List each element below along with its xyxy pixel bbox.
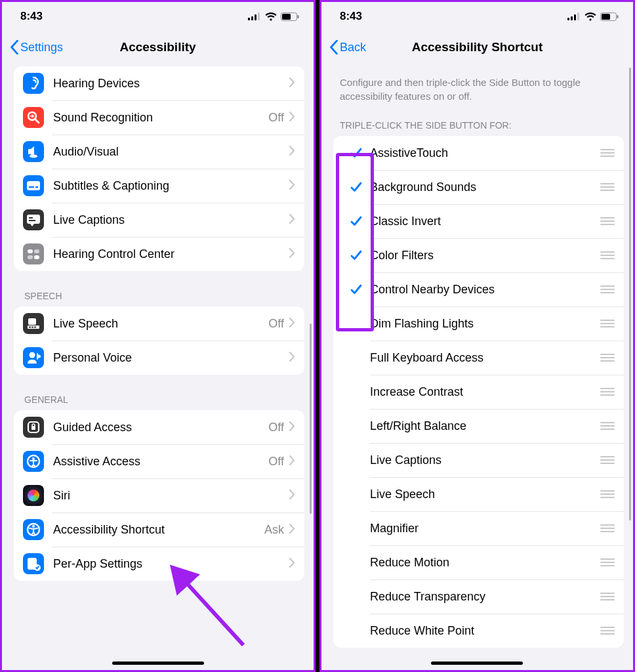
feature-row[interactable]: AssistiveTouch <box>333 136 624 170</box>
feature-row[interactable]: Background Sounds <box>333 170 624 204</box>
svg-rect-15 <box>29 220 35 221</box>
chevron-left-icon <box>10 40 19 54</box>
back-button[interactable]: Settings <box>7 37 66 57</box>
settings-row-sound-recognition[interactable]: Sound RecognitionOff <box>14 100 304 135</box>
feature-list: AssistiveTouchBackground SoundsClassic I… <box>333 136 624 648</box>
chevron-right-icon <box>289 112 295 124</box>
row-detail: Off <box>268 111 284 125</box>
settings-row-subtitles[interactable]: Subtitles & Captioning <box>14 169 304 203</box>
chevron-left-icon <box>329 40 338 54</box>
settings-row-personal-voice[interactable]: Personal Voice <box>14 341 304 375</box>
feature-row[interactable]: Left/Right Balance <box>333 409 624 443</box>
reorder-handle-icon[interactable] <box>600 149 615 157</box>
feature-row[interactable]: Increase Contrast <box>333 375 624 409</box>
svg-rect-14 <box>29 217 33 219</box>
shortcut-content[interactable]: Configure and then triple-click the Side… <box>321 64 633 670</box>
group-header: GENERAL <box>14 390 304 410</box>
svg-rect-36 <box>571 16 573 20</box>
checkmark-icon <box>342 249 370 262</box>
settings-content[interactable]: Hearing DevicesSound RecognitionOffAudio… <box>2 64 314 670</box>
svg-rect-19 <box>34 255 39 259</box>
status-time: 8:43 <box>340 10 362 23</box>
feature-row[interactable]: Full Keyboard Access <box>333 341 624 375</box>
reorder-handle-icon[interactable] <box>600 558 615 566</box>
settings-row-assistive-access[interactable]: Assistive AccessOff <box>14 444 304 478</box>
svg-rect-5 <box>282 14 291 20</box>
feature-row[interactable]: Color Filters <box>333 238 624 272</box>
row-label: Hearing Control Center <box>53 247 289 261</box>
reorder-handle-icon[interactable] <box>600 524 615 532</box>
feature-row[interactable]: Dim Flashing Lights <box>333 306 624 341</box>
settings-row-guided-access[interactable]: Guided AccessOff <box>14 410 304 444</box>
settings-row-siri[interactable]: Siri <box>14 478 304 513</box>
svg-rect-40 <box>602 14 610 20</box>
chevron-right-icon <box>289 490 295 502</box>
svg-rect-1 <box>251 16 253 20</box>
reorder-handle-icon[interactable] <box>600 320 615 327</box>
scroll-indicator <box>629 68 631 520</box>
row-label: Guided Access <box>53 421 268 434</box>
reorder-handle-icon[interactable] <box>600 422 615 430</box>
settings-row-hearing-control[interactable]: Hearing Control Center <box>14 237 304 271</box>
feature-row[interactable]: Control Nearby Devices <box>333 272 624 306</box>
feature-label: Full Keyboard Access <box>370 351 595 365</box>
group-header: SPEECH <box>14 287 304 306</box>
feature-row[interactable]: Magnifier <box>333 511 624 545</box>
svg-rect-16 <box>28 249 33 253</box>
reorder-handle-icon[interactable] <box>600 593 615 600</box>
feature-row[interactable]: Live Speech <box>333 477 624 511</box>
checkmark-icon <box>342 180 370 194</box>
row-label: Personal Voice <box>53 351 289 365</box>
svg-rect-23 <box>31 327 33 328</box>
siri-icon <box>23 485 44 506</box>
reorder-handle-icon[interactable] <box>600 217 615 225</box>
feature-row[interactable]: Reduce Transparency <box>333 579 624 614</box>
feature-row[interactable]: Reduce White Point <box>333 614 624 648</box>
feature-row[interactable]: Live Captions <box>333 443 624 477</box>
status-right <box>567 12 619 21</box>
feature-label: Color Filters <box>370 249 595 262</box>
reorder-handle-icon[interactable] <box>600 183 615 191</box>
battery-icon <box>281 12 299 21</box>
cellular-icon <box>567 12 581 20</box>
settings-row-live-captions[interactable]: Live Captions <box>14 203 304 237</box>
cellular-icon <box>248 12 261 20</box>
checkmark-icon <box>342 283 370 296</box>
feature-row[interactable]: Reduce Motion <box>333 545 624 579</box>
chevron-right-icon <box>289 77 295 90</box>
reorder-handle-icon[interactable] <box>600 490 615 498</box>
settings-row-live-speech[interactable]: Live SpeechOff <box>14 306 304 341</box>
reorder-handle-icon[interactable] <box>600 388 615 396</box>
svg-line-8 <box>35 119 39 123</box>
settings-row-per-app-settings[interactable]: Per-App Settings <box>14 547 304 581</box>
right-phone: 8:43 Back Accessibility Shortcut Configu… <box>319 0 635 672</box>
reorder-handle-icon[interactable] <box>600 627 615 635</box>
status-time: 8:43 <box>20 10 43 23</box>
feature-label: Magnifier <box>370 522 595 536</box>
feature-label: AssistiveTouch <box>370 146 595 160</box>
svg-rect-35 <box>567 18 569 20</box>
chevron-right-icon <box>289 455 295 468</box>
audio-visual-icon <box>23 141 44 162</box>
settings-row-accessibility-shortcut[interactable]: Accessibility ShortcutAsk <box>14 513 304 547</box>
chevron-right-icon <box>289 214 295 226</box>
back-button[interactable]: Back <box>327 37 369 57</box>
reorder-handle-icon[interactable] <box>600 456 615 464</box>
live-captions-icon <box>23 209 44 230</box>
feature-row[interactable]: Classic Invert <box>333 204 624 238</box>
reorder-handle-icon[interactable] <box>600 354 615 362</box>
svg-rect-24 <box>34 327 36 328</box>
reorder-handle-icon[interactable] <box>600 285 615 293</box>
svg-rect-27 <box>31 426 35 430</box>
svg-rect-22 <box>29 327 31 328</box>
chevron-right-icon <box>289 352 295 364</box>
row-label: Sound Recognition <box>53 111 268 125</box>
status-bar: 8:43 <box>321 2 633 31</box>
settings-row-audio-visual[interactable]: Audio/Visual <box>14 135 304 169</box>
settings-row-hearing[interactable]: Hearing Devices <box>14 66 304 100</box>
reorder-handle-icon[interactable] <box>600 251 615 259</box>
svg-rect-12 <box>35 186 38 188</box>
row-label: Hearing Devices <box>53 77 289 91</box>
feature-label: Reduce Motion <box>370 556 595 570</box>
svg-rect-3 <box>258 12 260 20</box>
